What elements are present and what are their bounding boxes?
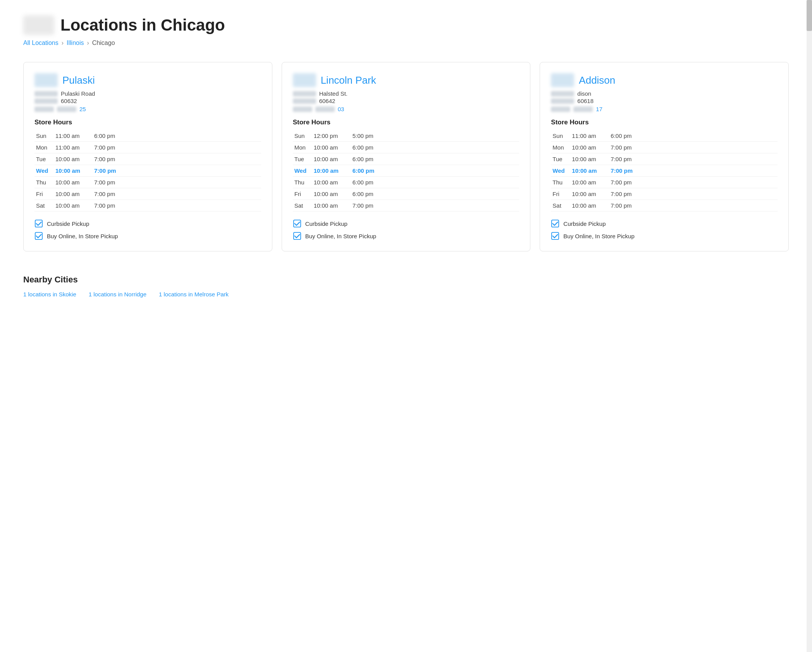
hours-close: 7:00 pm (93, 142, 261, 153)
phone-blur-2 (57, 107, 76, 112)
location-header-addison: Addison (551, 73, 778, 87)
location-address-addison: dison60618 (551, 90, 778, 104)
hours-open: 10:00 am (54, 200, 93, 212)
hours-row-addison-sat: Sat10:00 am7:00 pm (551, 200, 778, 212)
location-address-pulaski: Pulaski Road60632 (34, 90, 261, 104)
breadcrumb-separator-2: › (87, 40, 89, 46)
address-zip-pulaski: 60632 (34, 98, 261, 104)
address-street-pulaski: Pulaski Road (34, 90, 261, 97)
hours-close: 6:00 pm (609, 130, 778, 142)
hours-close: 7:00 pm (609, 200, 778, 212)
phone-link-lincoln-park[interactable]: 03 (338, 106, 344, 112)
hours-day: Mon (551, 142, 570, 153)
checkmark-icon (293, 219, 301, 228)
hours-day: Tue (551, 153, 570, 165)
phone-row-pulaski: 25 (34, 106, 261, 112)
location-name-lincoln-park[interactable]: Lincoln Park (321, 74, 376, 86)
hours-close: 6:00 pm (351, 153, 520, 165)
hours-open: 10:00 am (54, 153, 93, 165)
address-zip-lincoln-park: 60642 (293, 98, 520, 104)
hours-row-lincoln-park-thu: Thu10:00 am6:00 pm (293, 177, 520, 188)
nearby-city-link-2[interactable]: 1 locations in Melrose Park (159, 291, 229, 298)
hours-row-lincoln-park-fri: Fri10:00 am6:00 pm (293, 188, 520, 200)
location-name-addison[interactable]: Addison (579, 74, 615, 86)
hours-day: Wed (551, 165, 570, 177)
hours-open: 10:00 am (312, 142, 351, 153)
scrollbar-thumb[interactable] (807, 0, 812, 31)
hours-day: Mon (34, 142, 54, 153)
amenity-item-pulaski-0: Curbside Pickup (34, 219, 261, 228)
breadcrumb-all-locations[interactable]: All Locations (23, 40, 58, 46)
hours-day: Wed (293, 165, 312, 177)
hours-row-pulaski-wed: Wed10:00 am7:00 pm (34, 165, 261, 177)
checkmark-icon (551, 219, 559, 228)
hours-table-pulaski: Sun11:00 am6:00 pmMon11:00 am7:00 pmTue1… (34, 130, 261, 212)
hours-close: 7:00 pm (351, 200, 520, 212)
phone-link-pulaski[interactable]: 25 (79, 106, 86, 112)
hours-row-addison-mon: Mon10:00 am7:00 pm (551, 142, 778, 153)
hours-open: 10:00 am (312, 153, 351, 165)
hours-row-pulaski-sat: Sat10:00 am7:00 pm (34, 200, 261, 212)
hours-open: 10:00 am (54, 188, 93, 200)
hours-day: Tue (34, 153, 54, 165)
hours-day: Wed (34, 165, 54, 177)
hours-open: 10:00 am (570, 188, 609, 200)
hours-day: Tue (293, 153, 312, 165)
hours-day: Sat (34, 200, 54, 212)
amenities-pulaski: Curbside Pickup Buy Online, In Store Pic… (34, 219, 261, 240)
amenity-item-addison-1: Buy Online, In Store Pickup (551, 232, 778, 240)
hours-open: 10:00 am (570, 165, 609, 177)
hours-open: 11:00 am (54, 142, 93, 153)
amenity-item-lincoln-park-0: Curbside Pickup (293, 219, 520, 228)
hours-day: Sat (551, 200, 570, 212)
hours-open: 10:00 am (312, 165, 351, 177)
hours-row-lincoln-park-sat: Sat10:00 am7:00 pm (293, 200, 520, 212)
hours-row-lincoln-park-tue: Tue10:00 am6:00 pm (293, 153, 520, 165)
hours-row-lincoln-park-mon: Mon10:00 am6:00 pm (293, 142, 520, 153)
hours-open: 10:00 am (570, 142, 609, 153)
amenity-label-lincoln-park-1: Buy Online, In Store Pickup (305, 233, 376, 239)
hours-close: 7:00 pm (609, 188, 778, 200)
breadcrumb-state[interactable]: Illinois (67, 40, 84, 46)
hours-open: 12:00 pm (312, 130, 351, 142)
amenity-label-addison-1: Buy Online, In Store Pickup (563, 233, 634, 239)
store-hours-title-pulaski: Store Hours (34, 119, 261, 126)
hours-close: 5:00 pm (351, 130, 520, 142)
hours-open: 10:00 am (54, 165, 93, 177)
phone-blur-1 (34, 107, 54, 112)
location-address-lincoln-park: Halsted St.60642 (293, 90, 520, 104)
hours-close: 7:00 pm (93, 177, 261, 188)
location-header-pulaski: Pulaski (34, 73, 261, 87)
phone-link-addison[interactable]: 17 (596, 106, 602, 112)
hours-row-pulaski-mon: Mon11:00 am7:00 pm (34, 142, 261, 153)
amenity-label-pulaski-1: Buy Online, In Store Pickup (47, 233, 118, 239)
breadcrumb-separator-1: › (62, 40, 64, 46)
page-title: Locations in Chicago (60, 16, 225, 34)
hours-day: Fri (551, 188, 570, 200)
hours-row-addison-wed: Wed10:00 am7:00 pm (551, 165, 778, 177)
page-header: Locations in Chicago (23, 15, 789, 35)
hours-row-addison-fri: Fri10:00 am7:00 pm (551, 188, 778, 200)
hours-table-addison: Sun11:00 am6:00 pmMon10:00 am7:00 pmTue1… (551, 130, 778, 212)
address-street-addison: dison (551, 90, 778, 97)
nearby-city-link-0[interactable]: 1 locations in Skokie (23, 291, 76, 298)
store-hours-title-addison: Store Hours (551, 119, 778, 126)
phone-row-addison: 17 (551, 106, 778, 112)
checkmark-icon (34, 232, 43, 240)
amenity-item-lincoln-park-1: Buy Online, In Store Pickup (293, 232, 520, 240)
locations-grid: PulaskiPulaski Road6063225Store HoursSun… (23, 62, 789, 251)
hours-close: 7:00 pm (609, 142, 778, 153)
scrollbar[interactable] (807, 0, 812, 652)
phone-blur-1 (293, 107, 312, 112)
hours-day: Fri (34, 188, 54, 200)
amenity-label-lincoln-park-0: Curbside Pickup (305, 220, 348, 227)
nearby-city-link-1[interactable]: 1 locations in Norridge (89, 291, 146, 298)
hours-open: 10:00 am (312, 200, 351, 212)
hours-day: Sun (293, 130, 312, 142)
hours-row-addison-sun: Sun11:00 am6:00 pm (551, 130, 778, 142)
location-name-pulaski[interactable]: Pulaski (62, 74, 95, 86)
hours-open: 10:00 am (54, 177, 93, 188)
hours-close: 6:00 pm (351, 165, 520, 177)
hours-open: 10:00 am (312, 177, 351, 188)
hours-close: 7:00 pm (609, 153, 778, 165)
